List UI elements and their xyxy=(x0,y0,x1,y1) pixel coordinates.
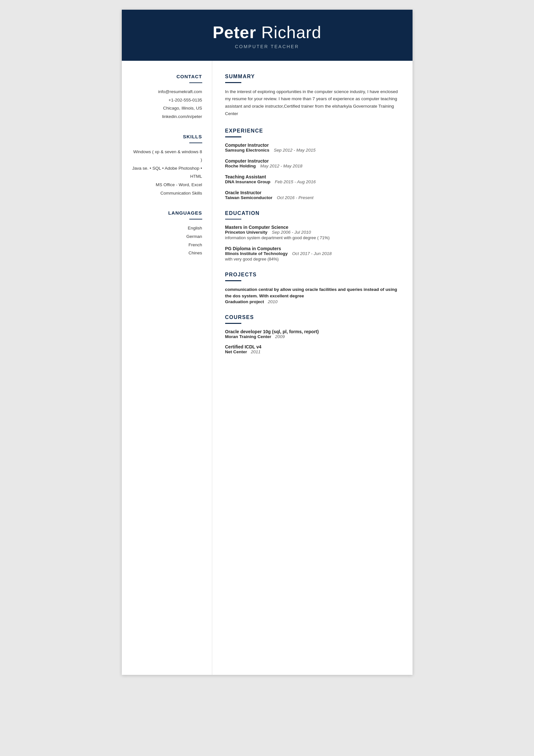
skill-item-1: Windows ( xp & seven & windows 8 ) xyxy=(132,148,202,164)
language-german: German xyxy=(132,232,202,241)
skill-item-4: Communication Skills xyxy=(132,189,202,198)
contact-email: info@resumekraft.com xyxy=(132,88,202,96)
course-name-1: Oracle developer 10g (sql, pl, forms, re… xyxy=(225,329,400,334)
exp-entry-2: Computer Instructor Roche Holding May 20… xyxy=(225,158,400,168)
language-french: French xyxy=(132,241,202,249)
course-center-2: Net Center xyxy=(225,349,247,354)
exp-entry-4: Oracle Instructor Taiwan Semiconductor O… xyxy=(225,190,400,200)
exp-company-line-2: Roche Holding May 2012 - May 2018 xyxy=(225,164,400,168)
summary-section: SUMMARY In the interest of exploring opp… xyxy=(225,74,400,118)
project-entry-1: communication central by allow using ora… xyxy=(225,286,400,305)
contact-phone: +1-202-555-0135 xyxy=(132,96,202,104)
project-desc-1: communication central by allow using ora… xyxy=(225,286,400,300)
edu-entry-2: PG Diploma in Computers Illinois Institu… xyxy=(225,246,400,261)
job-title: COMPUTER TEACHER xyxy=(128,44,406,49)
experience-heading: EXPERIENCE xyxy=(225,128,400,134)
projects-section: PROJECTS communication central by allow … xyxy=(225,272,400,304)
edu-degree-1: Masters in Computer Science xyxy=(225,225,400,230)
exp-company-3: DNA Insurance Group xyxy=(225,179,271,184)
project-name-1: Graduation project xyxy=(225,299,264,304)
exp-company-4: Taiwan Semiconductor xyxy=(225,195,273,200)
skills-heading: SKILLS xyxy=(132,134,202,139)
experience-divider xyxy=(225,136,241,137)
edu-date-1: Sep 2006 - Jul 2010 xyxy=(272,230,311,235)
exp-date-4: Oct 2016 - Present xyxy=(277,195,313,200)
last-name: Richard xyxy=(261,23,321,42)
skills-divider xyxy=(189,143,202,143)
exp-company-line-1: Samsung Electronics Sep 2012 - May 2015 xyxy=(225,148,400,152)
languages-list: English German French Chines xyxy=(132,224,202,257)
contact-heading: CONTACT xyxy=(132,74,202,79)
edu-entry-1: Masters in Computer Science Princeton Un… xyxy=(225,225,400,240)
contact-info: info@resumekraft.com +1-202-555-0135 Chi… xyxy=(132,88,202,121)
resume-header: Peter Richard COMPUTER TEACHER xyxy=(122,10,413,61)
summary-heading: SUMMARY xyxy=(225,74,400,79)
course-center-line-2: Net Center 2011 xyxy=(225,349,400,354)
edu-school-2: Illinois Institute of Technology xyxy=(225,251,288,256)
course-center-1: Moran Training Center xyxy=(225,334,271,339)
exp-entry-3: Teaching Assistant DNA Insurance Group F… xyxy=(225,174,400,184)
projects-divider xyxy=(225,280,241,281)
edu-detail-2: with very good degree (84%) xyxy=(225,256,400,261)
skills-list: Windows ( xp & seven & windows 8 ) Java … xyxy=(132,148,202,198)
summary-text: In the interest of exploring opportuniti… xyxy=(225,88,400,118)
languages-section: LANGUAGES English German French Chines xyxy=(132,210,202,257)
course-entry-2: Certified ICDL v4 Net Center 2011 xyxy=(225,344,400,354)
exp-entry-1: Computer Instructor Samsung Electronics … xyxy=(225,143,400,152)
projects-heading: PROJECTS xyxy=(225,272,400,278)
contact-divider xyxy=(189,82,202,83)
project-name-line-1: Graduation project 2010 xyxy=(225,299,400,304)
edu-school-1: Princeton University xyxy=(225,230,267,235)
resume-container: Peter Richard COMPUTER TEACHER CONTACT i… xyxy=(122,10,413,675)
exp-company-1: Samsung Electronics xyxy=(225,148,269,152)
exp-title-3: Teaching Assistant xyxy=(225,174,400,179)
first-name: Peter xyxy=(213,23,256,42)
summary-divider xyxy=(225,82,241,83)
education-heading: EDUCATION xyxy=(225,210,400,216)
education-section: EDUCATION Masters in Computer Science Pr… xyxy=(225,210,400,262)
contact-location: Chicago, Illinois, US xyxy=(132,104,202,113)
languages-heading: LANGUAGES xyxy=(132,210,202,216)
exp-company-line-3: DNA Insurance Group Feb 2015 - Aug 2016 xyxy=(225,179,400,184)
course-center-line-1: Moran Training Center 2009 xyxy=(225,334,400,339)
exp-company-line-4: Taiwan Semiconductor Oct 2016 - Present xyxy=(225,195,400,200)
project-year-1: 2010 xyxy=(268,299,277,304)
exp-date-1: Sep 2012 - May 2015 xyxy=(274,148,316,152)
languages-divider xyxy=(189,219,202,220)
course-year-2: 2011 xyxy=(251,349,261,354)
exp-title-1: Computer Instructor xyxy=(225,143,400,148)
main-content: SUMMARY In the interest of exploring opp… xyxy=(212,61,413,675)
exp-title-2: Computer Instructor xyxy=(225,158,400,164)
courses-heading: COURSES xyxy=(225,314,400,320)
language-chines: Chines xyxy=(132,249,202,257)
edu-school-line-1: Princeton University Sep 2006 - Jul 2010 xyxy=(225,230,400,235)
edu-detail-1: information system department with good … xyxy=(225,235,400,240)
skill-item-2: Java se. • SQL • Adobe Photoshop • HTML xyxy=(132,164,202,181)
course-entry-1: Oracle developer 10g (sql, pl, forms, re… xyxy=(225,329,400,339)
courses-section: COURSES Oracle developer 10g (sql, pl, f… xyxy=(225,314,400,354)
exp-title-4: Oracle Instructor xyxy=(225,190,400,195)
exp-date-2: May 2012 - May 2018 xyxy=(260,164,303,168)
contact-linkedin: linkedin.com/in/peter xyxy=(132,113,202,121)
experience-section: EXPERIENCE Computer Instructor Samsung E… xyxy=(225,128,400,200)
full-name: Peter Richard xyxy=(128,23,406,42)
courses-divider xyxy=(225,323,241,324)
language-english: English xyxy=(132,224,202,232)
edu-degree-2: PG Diploma in Computers xyxy=(225,246,400,251)
skills-section: SKILLS Windows ( xp & seven & windows 8 … xyxy=(132,134,202,198)
exp-date-3: Feb 2015 - Aug 2016 xyxy=(275,179,316,184)
sidebar: CONTACT info@resumekraft.com +1-202-555-… xyxy=(122,61,212,675)
contact-section: CONTACT info@resumekraft.com +1-202-555-… xyxy=(132,74,202,121)
edu-school-line-2: Illinois Institute of Technology Oct 201… xyxy=(225,251,400,256)
education-divider xyxy=(225,219,241,220)
skill-item-3: MS Office - Word, Excel xyxy=(132,181,202,189)
course-name-2: Certified ICDL v4 xyxy=(225,344,400,349)
edu-date-2: Oct 2017 - Jun 2018 xyxy=(292,251,331,256)
exp-company-2: Roche Holding xyxy=(225,164,256,168)
resume-body: CONTACT info@resumekraft.com +1-202-555-… xyxy=(122,61,413,675)
course-year-1: 2009 xyxy=(275,334,285,339)
